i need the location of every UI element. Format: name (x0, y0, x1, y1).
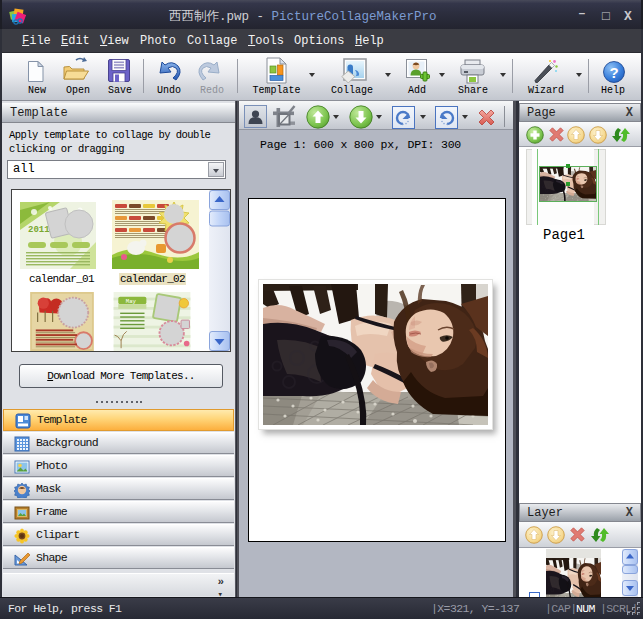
svg-text:May: May (126, 298, 137, 305)
svg-text:2011: 2011 (28, 225, 50, 235)
svg-text:?: ? (609, 64, 618, 81)
